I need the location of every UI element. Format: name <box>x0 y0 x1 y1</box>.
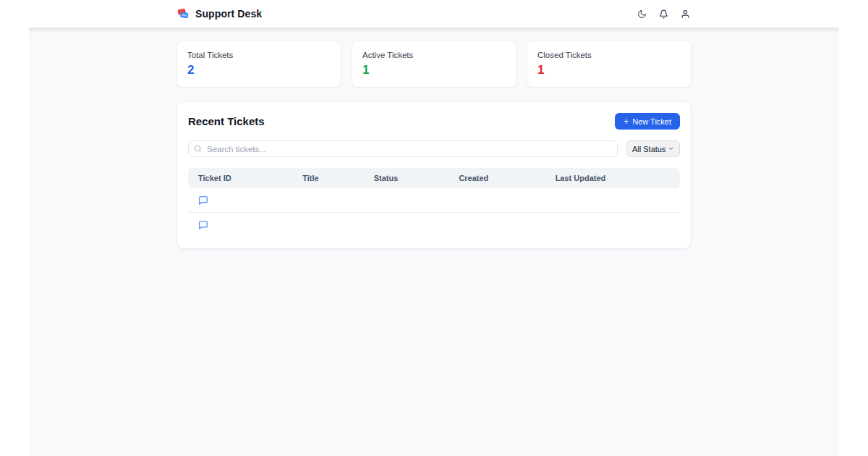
message-square-icon[interactable] <box>198 220 208 230</box>
stat-label: Closed Tickets <box>537 51 681 59</box>
recent-tickets-card: Recent Tickets + New Ticket All Status <box>176 101 692 249</box>
table-header-row: Ticket ID Title Status Created Last Upda… <box>188 168 680 188</box>
stat-card-total: Total Tickets 2 <box>176 41 341 88</box>
header-actions <box>635 7 692 20</box>
status-filter-value: All Status <box>632 145 665 153</box>
tickets-head: Recent Tickets + New Ticket <box>188 113 680 130</box>
stat-card-closed: Closed Tickets 1 <box>527 41 692 88</box>
tickets-table: Ticket ID Title Status Created Last Upda… <box>188 168 680 237</box>
stat-value: 2 <box>187 63 331 77</box>
section-title: Recent Tickets <box>188 115 265 127</box>
app-header: Support Desk <box>0 0 868 28</box>
status-filter-select[interactable]: All Status <box>626 140 680 157</box>
chevron-down-icon <box>668 145 674 152</box>
col-header-title: Title <box>292 174 364 182</box>
col-header-created: Created <box>448 174 545 182</box>
moon-icon[interactable] <box>635 7 648 20</box>
table-row[interactable] <box>188 213 680 237</box>
stat-value: 1 <box>362 63 506 77</box>
search-icon <box>194 145 202 153</box>
stat-label: Total Tickets <box>187 51 331 59</box>
search-input[interactable] <box>188 140 618 157</box>
col-header-ticket-id: Ticket ID <box>188 174 292 182</box>
app-logo-icon <box>176 7 190 20</box>
plus-icon: + <box>624 117 629 126</box>
stat-card-active: Active Tickets 1 <box>352 41 516 88</box>
cell-ticket-id <box>188 220 292 230</box>
header-inner: Support Desk <box>176 7 692 20</box>
user-icon[interactable] <box>678 7 692 20</box>
cell-ticket-id <box>188 195 292 206</box>
controls-row: All Status <box>188 140 680 157</box>
stat-label: Active Tickets <box>362 51 506 59</box>
col-header-last-updated: Last Updated <box>545 174 680 182</box>
main-panel: Total Tickets 2 Active Tickets 1 Closed … <box>29 28 839 456</box>
stat-value: 1 <box>537 63 681 77</box>
bell-icon[interactable] <box>657 7 670 20</box>
stats-row: Total Tickets 2 Active Tickets 1 Closed … <box>176 41 692 88</box>
new-ticket-label: New Ticket <box>632 117 671 126</box>
message-square-icon[interactable] <box>198 195 208 206</box>
brand: Support Desk <box>176 7 262 20</box>
content-container: Total Tickets 2 Active Tickets 1 Closed … <box>176 28 692 249</box>
new-ticket-button[interactable]: + New Ticket <box>615 113 680 130</box>
search-wrap <box>188 140 618 157</box>
table-row[interactable] <box>188 188 680 213</box>
app-title: Support Desk <box>195 8 262 20</box>
table-body <box>188 188 680 237</box>
col-header-status: Status <box>364 174 449 182</box>
